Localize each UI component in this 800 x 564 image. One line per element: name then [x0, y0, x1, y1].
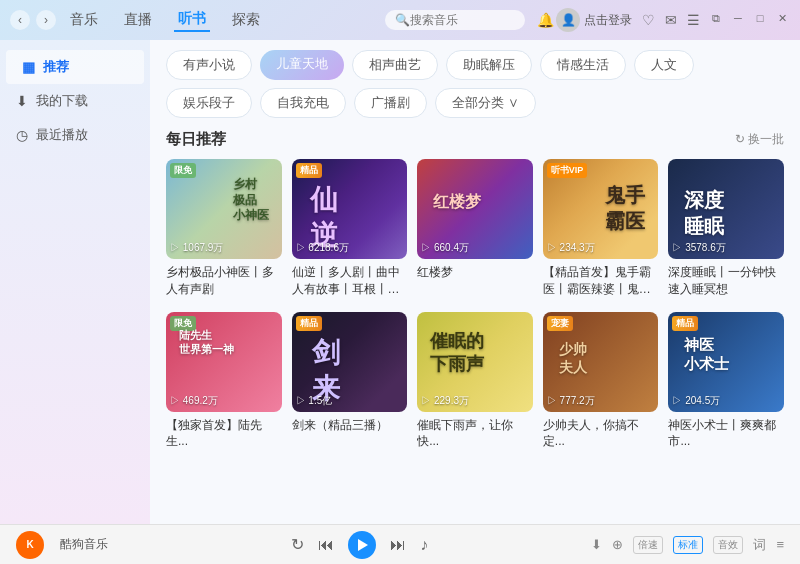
cat-tab-entertainment[interactable]: 娱乐段子 — [166, 88, 252, 118]
card-count-1: ▷ 1067.9万 — [170, 241, 223, 255]
download-button[interactable]: ⬇ — [591, 537, 602, 552]
card-inner-1: 乡村极品小神医 — [225, 169, 277, 232]
card-thumb-7: 精品 剑来 ▷ 1.5亿 — [292, 312, 408, 412]
play-button[interactable] — [348, 531, 376, 559]
cat-tab-all[interactable]: 全部分类 ∨ — [435, 88, 536, 118]
play-triangle-icon — [358, 539, 368, 551]
card-title-3: 红楼梦 — [417, 264, 533, 281]
heart-icon[interactable]: ♡ — [640, 10, 657, 30]
card-thumb-3: 红楼梦 ▷ 660.4万 — [417, 159, 533, 259]
bell-icon[interactable]: 🔔 — [535, 10, 556, 30]
card-thumb-10: 精品 神医小术士 ▷ 204.5万 — [668, 312, 784, 412]
speed-standard-button[interactable]: 标准 — [673, 536, 703, 554]
nav-back-button[interactable]: ‹ — [10, 10, 30, 30]
card-title-6: 【独家首发】陆先生... — [166, 417, 282, 451]
card-7[interactable]: 精品 剑来 ▷ 1.5亿 剑来（精品三播） — [292, 312, 408, 451]
mail-icon[interactable]: ✉ — [663, 10, 679, 30]
menu-icon[interactable]: ☰ — [685, 10, 702, 30]
card-inner-4: 鬼手霸医 — [597, 174, 653, 242]
download-icon: ⬇ — [16, 93, 28, 109]
sidebar-item-recent[interactable]: ◷ 最近播放 — [0, 118, 150, 152]
card-2[interactable]: 精品 仙逆 ▷ 6218.6万 仙逆丨多人剧丨曲中人有故事丨耳根丨大... — [292, 159, 408, 298]
card-thumb-1: 限免 乡村极品小神医 ▷ 1067.9万 — [166, 159, 282, 259]
recent-icon: ◷ — [16, 127, 28, 143]
next-button[interactable]: ⏭ — [390, 536, 406, 554]
lyrics-button[interactable]: 词 — [753, 536, 766, 554]
card-inner-6: 陆先生世界第一神 — [171, 320, 242, 365]
card-4[interactable]: 听书VIP 鬼手霸医 ▷ 234.3万 【精品首发】鬼手霸医丨霸医辣婆丨鬼手天.… — [543, 159, 659, 298]
share-button[interactable]: ⊕ — [612, 537, 623, 552]
card-count-3: ▷ 660.4万 — [421, 241, 469, 255]
search-icon: 🔍 — [395, 13, 410, 27]
cards-row-1: 限免 乡村极品小神医 ▷ 1067.9万 乡村极品小神医丨多人有声剧 精品 仙逆… — [166, 159, 784, 298]
card-inner-3: 红楼梦 — [425, 184, 489, 221]
section-title: 每日推荐 — [166, 130, 226, 149]
card-8[interactable]: 催眠的下雨声 ▷ 229.3万 催眠下雨声，让你快... — [417, 312, 533, 451]
prev-button[interactable]: ⏮ — [318, 536, 334, 554]
card-count-8: ▷ 229.3万 — [421, 394, 469, 408]
nav-controls: ‹ › — [10, 10, 56, 30]
sidebar-label-download: 我的下载 — [36, 92, 88, 110]
cat-tab-radio[interactable]: 广播剧 — [354, 88, 427, 118]
minimize-button[interactable]: ─ — [730, 10, 746, 26]
card-inner-9: 少帅夫人 — [551, 332, 595, 384]
main-menu: 音乐 直播 听书 探索 — [66, 8, 375, 32]
card-1[interactable]: 限免 乡村极品小神医 ▷ 1067.9万 乡村极品小神医丨多人有声剧 — [166, 159, 282, 298]
card-title-10: 神医小术士丨爽爽都市... — [668, 417, 784, 451]
card-thumb-8: 催眠的下雨声 ▷ 229.3万 — [417, 312, 533, 412]
app-logo: K — [16, 531, 44, 559]
app-name: 酷狗音乐 — [60, 536, 120, 553]
card-title-1: 乡村极品小神医丨多人有声剧 — [166, 264, 282, 298]
menu-live[interactable]: 直播 — [120, 9, 156, 31]
search-input[interactable] — [410, 13, 510, 27]
card-count-9: ▷ 777.2万 — [547, 394, 595, 408]
menu-audiobook[interactable]: 听书 — [174, 8, 210, 32]
card-6[interactable]: 限免 陆先生世界第一神 ▷ 469.2万 【独家首发】陆先生... — [166, 312, 282, 451]
login-button[interactable]: 👤 点击登录 — [556, 8, 632, 32]
sidebar-item-recommend[interactable]: ▦ 推荐 — [6, 50, 144, 84]
sound-effect-button[interactable]: 音效 — [713, 536, 743, 554]
card-3[interactable]: 红楼梦 ▷ 660.4万 红楼梦 — [417, 159, 533, 298]
category-tabs: 有声小说 儿童天地 相声曲艺 助眠解压 情感生活 人文 娱乐段子 自我充电 广播… — [166, 50, 784, 118]
player-controls: ↻ ⏮ ⏭ ♪ — [140, 531, 579, 559]
section-header: 每日推荐 ↻ 换一批 — [166, 130, 784, 149]
cat-tab-children[interactable]: 儿童天地 — [260, 50, 344, 80]
sidebar-label-recent: 最近播放 — [36, 126, 88, 144]
cat-tab-selfdev[interactable]: 自我充电 — [260, 88, 346, 118]
cat-tab-culture[interactable]: 人文 — [634, 50, 694, 80]
search-box[interactable]: 🔍 — [385, 10, 525, 30]
card-title-4: 【精品首发】鬼手霸医丨霸医辣婆丨鬼手天... — [543, 264, 659, 298]
sidebar-label-recommend: 推荐 — [43, 58, 69, 76]
cat-tab-novel[interactable]: 有声小说 — [166, 50, 252, 80]
cards-row-2: 限免 陆先生世界第一神 ▷ 469.2万 【独家首发】陆先生... 精品 剑来 … — [166, 312, 784, 451]
repeat-button[interactable]: ↻ — [291, 535, 304, 554]
card-badge-9: 宠妻 — [547, 316, 573, 331]
close-button[interactable]: ✕ — [774, 10, 790, 26]
card-count-5: ▷ 3578.6万 — [672, 241, 725, 255]
title-bar: ‹ › 音乐 直播 听书 探索 🔍 🔔 👤 点击登录 ♡ ✉ ☰ ⧉ ─ □ ✕ — [0, 0, 800, 40]
window-controls: ♡ ✉ ☰ ⧉ ─ □ ✕ — [640, 10, 790, 30]
cat-tab-emotion[interactable]: 情感生活 — [540, 50, 626, 80]
card-count-6: ▷ 469.2万 — [170, 394, 218, 408]
speed-normal-button[interactable]: 倍速 — [633, 536, 663, 554]
card-badge-1: 限免 — [170, 163, 196, 178]
maximize-button[interactable]: □ — [752, 10, 768, 26]
volume-button[interactable]: ♪ — [420, 536, 428, 554]
playlist-button[interactable]: ≡ — [776, 537, 784, 552]
refresh-button[interactable]: ↻ 换一批 — [735, 131, 784, 148]
menu-music[interactable]: 音乐 — [66, 9, 102, 31]
menu-explore[interactable]: 探索 — [228, 9, 264, 31]
sidebar: ▦ 推荐 ⬇ 我的下载 ◷ 最近播放 — [0, 40, 150, 524]
card-count-4: ▷ 234.3万 — [547, 241, 595, 255]
sidebar-item-download[interactable]: ⬇ 我的下载 — [0, 84, 150, 118]
card-9[interactable]: 宠妻 少帅夫人 ▷ 777.2万 少帅夫人，你搞不定... — [543, 312, 659, 451]
card-thumb-2: 精品 仙逆 ▷ 6218.6万 — [292, 159, 408, 259]
cat-tab-sleep[interactable]: 助眠解压 — [446, 50, 532, 80]
cat-tab-comic[interactable]: 相声曲艺 — [352, 50, 438, 80]
card-10[interactable]: 精品 神医小术士 ▷ 204.5万 神医小术士丨爽爽都市... — [668, 312, 784, 451]
nav-forward-button[interactable]: › — [36, 10, 56, 30]
avatar: 👤 — [556, 8, 580, 32]
card-inner-8: 催眠的下雨声 — [422, 322, 492, 385]
card-5[interactable]: 深度睡眠 ▷ 3578.6万 深度睡眠丨一分钟快速入睡冥想 — [668, 159, 784, 298]
restore-button[interactable]: ⧉ — [708, 10, 724, 26]
